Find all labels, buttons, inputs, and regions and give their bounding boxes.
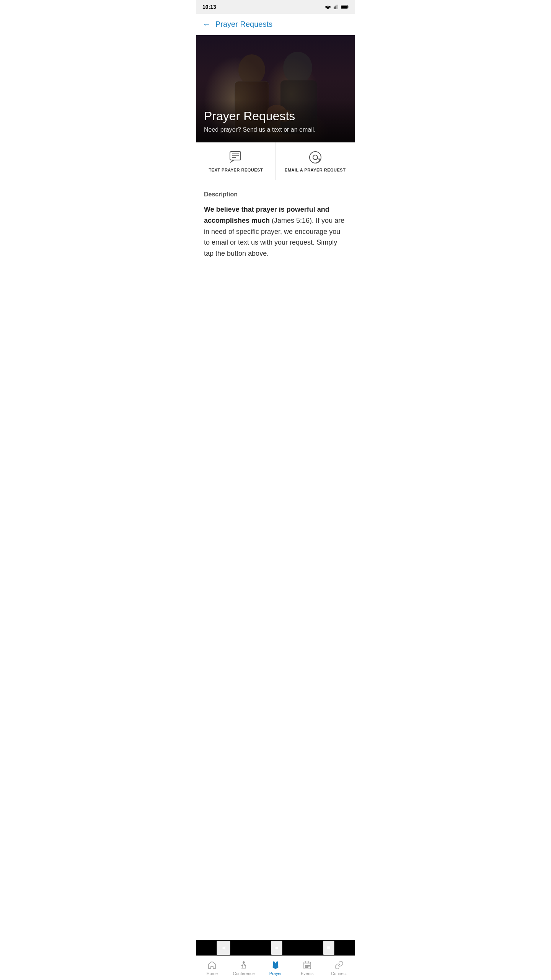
hero-title: Prayer Requests (204, 109, 347, 123)
android-home-button[interactable]: ● (271, 941, 282, 955)
svg-point-30 (245, 965, 246, 966)
status-icons (325, 5, 349, 9)
conference-icon (239, 960, 248, 970)
svg-point-11 (283, 52, 312, 84)
svg-rect-7 (341, 6, 347, 8)
svg-rect-6 (347, 6, 348, 8)
nav-item-conference[interactable]: Conference (228, 957, 260, 979)
events-icon (303, 960, 312, 970)
text-prayer-button[interactable]: TEXT PRAYER REQUEST (196, 142, 276, 180)
svg-rect-3 (337, 5, 337, 10)
nav-item-events[interactable]: Events (291, 957, 323, 979)
android-recents-button[interactable]: ■ (323, 941, 334, 955)
svg-rect-2 (336, 6, 336, 10)
email-prayer-button[interactable]: EMAIL A PRAYER REQUEST (276, 142, 355, 180)
nav-label-prayer: Prayer (269, 971, 282, 976)
svg-point-8 (238, 54, 265, 85)
hero-image: Prayer Requests Need prayer? Send us a t… (196, 35, 355, 142)
description-section: Description We believe that prayer is po… (196, 180, 355, 297)
at-icon (308, 150, 323, 165)
hero-subtitle: Need prayer? Send us a text or an email. (204, 126, 347, 133)
svg-point-29 (242, 965, 243, 966)
email-prayer-label: EMAIL A PRAYER REQUEST (285, 168, 346, 172)
nav-item-prayer[interactable]: Prayer (260, 957, 292, 979)
bottom-nav: Home Conference Prayer (196, 956, 355, 980)
android-nav-bar: ◄ ● ■ (196, 940, 355, 956)
battery-icon (341, 5, 349, 9)
connect-icon (334, 960, 344, 970)
nav-label-home: Home (207, 971, 218, 976)
prayer-icon (271, 960, 280, 970)
home-icon (207, 960, 217, 970)
svg-rect-35 (305, 965, 306, 966)
svg-rect-39 (307, 967, 308, 968)
wifi-icon (325, 5, 331, 9)
status-time: 10:13 (202, 4, 216, 10)
svg-marker-19 (230, 160, 235, 163)
nav-label-connect: Connect (331, 971, 347, 976)
text-prayer-label: TEXT PRAYER REQUEST (209, 168, 263, 172)
nav-label-conference: Conference (233, 971, 255, 976)
signal-icon (333, 5, 339, 9)
android-back-button[interactable]: ◄ (217, 941, 230, 955)
nav-item-connect[interactable]: Connect (323, 957, 355, 979)
svg-rect-37 (308, 965, 310, 966)
svg-rect-38 (305, 967, 306, 968)
nav-item-home[interactable]: Home (196, 957, 228, 979)
description-body: We believe that prayer is powerful and a… (204, 204, 347, 259)
svg-point-21 (313, 155, 318, 160)
description-heading: Description (204, 191, 347, 198)
svg-point-23 (243, 962, 245, 963)
actions-row: TEXT PRAYER REQUEST EMAIL A PRAYER REQUE… (196, 142, 355, 180)
svg-rect-1 (335, 7, 336, 10)
hero-overlay: Prayer Requests Need prayer? Send us a t… (196, 100, 355, 142)
status-bar: 10:13 (196, 0, 355, 14)
svg-rect-4 (337, 5, 338, 9)
nav-bar: ← Prayer Requests (196, 14, 355, 35)
page-title: Prayer Requests (215, 20, 272, 29)
nav-label-events: Events (301, 971, 314, 976)
chat-icon (228, 150, 243, 165)
svg-rect-36 (307, 965, 308, 966)
back-button[interactable]: ← (202, 20, 211, 29)
svg-rect-0 (334, 7, 334, 9)
